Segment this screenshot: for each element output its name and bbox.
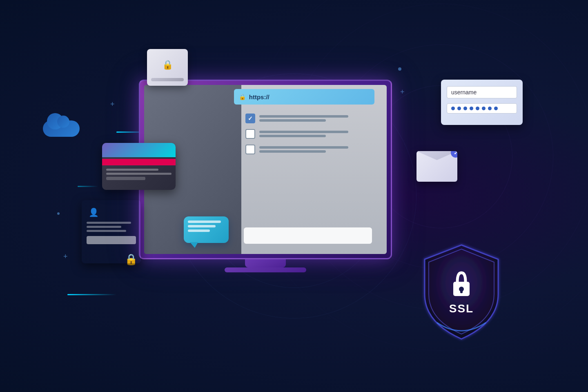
monitor-body: 🔒 https://	[139, 80, 392, 259]
envelope-body: ✓	[416, 151, 457, 182]
checklist-item-3	[245, 145, 371, 154]
check-lines-2	[259, 131, 371, 137]
deco-line-3	[67, 294, 116, 295]
deco-line-2	[78, 186, 98, 187]
card-line-2	[106, 173, 172, 175]
particle-3	[57, 212, 60, 215]
url-lock-icon: 🔒	[239, 94, 246, 100]
screen-content: 🔒 https://	[144, 85, 387, 254]
chat-line-3	[188, 229, 210, 232]
chat-line-1	[188, 220, 221, 223]
url-bar: 🔒 https://	[234, 89, 375, 105]
svg-text:SSL: SSL	[449, 302, 474, 315]
laptop-mini-screen: 🔒	[152, 54, 183, 76]
check-lines-1	[259, 115, 371, 122]
card-lines	[102, 165, 176, 185]
laptop-lock-widget: 🔒	[147, 49, 188, 86]
pw-dot-7	[488, 107, 492, 110]
pw-dot-2	[457, 107, 461, 110]
chat-line-2	[188, 225, 216, 227]
pw-dot-8	[494, 107, 498, 110]
checklist-item-1	[245, 114, 371, 123]
lock-icon: 🔒	[162, 60, 173, 70]
checkbox-1	[245, 114, 255, 123]
particle-2	[398, 67, 401, 71]
plus-icon-2: +	[400, 88, 405, 96]
pw-dot-3	[463, 107, 467, 110]
check-line-1b	[259, 119, 326, 122]
envelope-check-icon: ✓	[451, 151, 457, 158]
card-stripe-top	[102, 143, 176, 157]
checklist-item-2	[245, 129, 371, 139]
pw-dot-6	[482, 107, 486, 110]
checkbox-3	[245, 145, 255, 154]
username-text: username	[451, 89, 477, 96]
login-card: username	[441, 80, 523, 125]
plus-icon-1: +	[110, 100, 115, 109]
profile-line-3	[87, 230, 126, 232]
monitor: 🔒 https://	[139, 80, 392, 280]
check-line-2a	[259, 131, 348, 133]
shield-svg: SSL	[416, 241, 506, 343]
check-lines-3	[259, 146, 371, 153]
ssl-shield: SSL	[416, 241, 506, 343]
pw-dot-4	[470, 107, 473, 110]
checkbox-2	[245, 129, 255, 139]
checklist	[241, 114, 375, 154]
username-field: username	[447, 86, 517, 98]
screen-input-field[interactable]	[244, 227, 372, 244]
monitor-base	[225, 267, 306, 272]
check-line-1a	[259, 115, 348, 118]
check-line-3a	[259, 146, 348, 149]
monitor-stand	[245, 259, 286, 267]
credit-card	[102, 143, 176, 190]
cloud-icon	[41, 114, 82, 137]
check-line-3b	[259, 150, 326, 153]
user-icon: 👤	[89, 208, 99, 216]
check-line-2b	[259, 135, 326, 137]
profile-line-1	[87, 222, 131, 224]
username-input[interactable]: username	[447, 86, 517, 98]
profile-button	[87, 236, 136, 244]
svg-rect-2	[460, 289, 463, 293]
password-field	[447, 103, 517, 114]
card-stripe-mid	[102, 159, 176, 165]
profile-line-2	[87, 226, 121, 228]
profile-card: 👤	[82, 200, 141, 263]
card-line-3	[106, 177, 145, 180]
url-text: https://	[249, 94, 270, 100]
pw-dot-5	[476, 107, 479, 110]
profile-avatar-icon: 👤	[87, 205, 101, 219]
card-line-1	[106, 169, 158, 171]
email-envelope: ✓	[416, 151, 457, 182]
plus-icon-3: +	[63, 252, 68, 261]
chat-bubble	[184, 216, 229, 243]
pw-dot-1	[451, 107, 455, 110]
profile-lines	[87, 222, 136, 232]
laptop-mini-base	[151, 78, 184, 81]
password-input[interactable]	[447, 103, 517, 114]
